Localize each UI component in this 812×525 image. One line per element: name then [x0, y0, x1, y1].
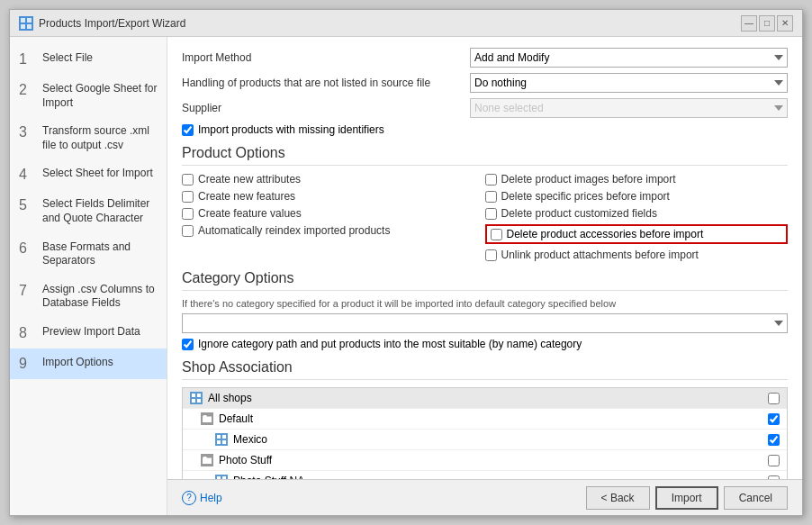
main-window: Products Import/Export Wizard — □ ✕ 1 Se…: [9, 9, 803, 516]
create-feature-values-checkbox[interactable]: [182, 208, 194, 220]
sidebar-number: 4: [19, 167, 35, 183]
svg-rect-3: [27, 24, 32, 29]
footer: ? Help < Back Import Cancel: [167, 479, 802, 515]
auto-reindex-checkbox[interactable]: [182, 225, 194, 237]
option-auto-reindex: Automatically reindex imported products: [182, 224, 485, 237]
content-scroll: Import Method Add and Modify Handling of…: [167, 37, 802, 479]
delete-accessories-label[interactable]: Delete product accessories before import: [507, 228, 704, 240]
sidebar-label: Preview Import Data: [42, 325, 140, 339]
sidebar-item-7[interactable]: 7 Assign .csv Columns to Database Fields: [10, 276, 167, 318]
sidebar-item-9[interactable]: 9 Import Options: [10, 348, 167, 379]
sidebar-item-8[interactable]: 8 Preview Import Data: [10, 318, 167, 348]
delete-customized-label[interactable]: Delete product customized fields: [501, 207, 657, 220]
import-missing-label[interactable]: Import products with missing identifiers: [198, 123, 384, 136]
mexico-label: Mexico: [233, 433, 267, 446]
titlebar: Products Import/Export Wizard — □ ✕: [10, 10, 802, 37]
delete-prices-label[interactable]: Delete specific prices before import: [501, 190, 670, 203]
create-attrs-label[interactable]: Create new attributes: [198, 173, 301, 186]
sidebar-label: Transform source .xml file to output .cs…: [42, 124, 158, 152]
supplier-label: Supplier: [182, 102, 470, 114]
cancel-button[interactable]: Cancel: [724, 486, 788, 510]
create-features-checkbox[interactable]: [182, 191, 194, 203]
import-button[interactable]: Import: [655, 486, 718, 510]
photo-stuff-label: Photo Stuff: [219, 454, 272, 466]
app-icon: [19, 16, 33, 31]
category-hint: If there's no category specified for a p…: [182, 298, 788, 309]
sidebar-label: Select Google Sheet for Import: [42, 82, 158, 110]
handling-row: Handling of products that are not listed…: [182, 73, 788, 93]
unlink-attachments-label[interactable]: Unlink product attachments before import: [501, 249, 699, 261]
close-button[interactable]: ✕: [777, 15, 793, 32]
import-missing-checkbox[interactable]: [182, 124, 194, 136]
help-label[interactable]: Help: [200, 492, 222, 504]
delete-prices-checkbox[interactable]: [485, 191, 497, 203]
import-method-row: Import Method Add and Modify: [182, 48, 788, 68]
mexico-checkbox[interactable]: [768, 434, 780, 446]
sidebar-number: 3: [19, 124, 35, 140]
import-method-select[interactable]: Add and Modify: [470, 48, 788, 68]
sidebar-label: Base Formats and Separators: [42, 240, 158, 268]
shop-row-photo-stuff: Photo Stuff: [183, 450, 787, 471]
delete-images-label[interactable]: Delete product images before import: [501, 173, 676, 186]
sidebar-item-1[interactable]: 1 Select File: [10, 44, 167, 75]
unlink-attachments-checkbox[interactable]: [485, 249, 497, 261]
maximize-button[interactable]: □: [759, 15, 775, 32]
sidebar-item-2[interactable]: 2 Select Google Sheet for Import: [10, 75, 167, 117]
shop-row-mexico-left: Mexico: [215, 433, 267, 446]
svg-rect-8: [217, 435, 221, 439]
sidebar-item-5[interactable]: 5 Select Fields Delimiter and Quote Char…: [10, 190, 167, 232]
sidebar-number: 8: [19, 325, 35, 341]
sidebar-item-4[interactable]: 4 Select Sheet for Import: [10, 159, 167, 190]
delete-accessories-checkbox[interactable]: [491, 229, 502, 240]
option-create-attrs: Create new attributes: [182, 173, 485, 186]
import-method-label: Import Method: [182, 51, 470, 64]
delete-customized-checkbox[interactable]: [485, 208, 497, 220]
help-icon: ?: [182, 491, 196, 505]
window-controls: — □ ✕: [741, 15, 793, 32]
supplier-select[interactable]: None selected: [470, 98, 788, 118]
window-title: Products Import/Export Wizard: [39, 17, 185, 30]
back-button[interactable]: < Back: [586, 486, 650, 510]
option-create-feature-values: Create feature values: [182, 207, 485, 220]
svg-rect-5: [197, 394, 201, 397]
ignore-path-checkbox[interactable]: [182, 339, 194, 350]
sidebar-label: Select Sheet for Import: [42, 167, 153, 181]
handling-select[interactable]: Do nothing: [470, 73, 788, 93]
svg-rect-2: [21, 24, 25, 29]
footer-buttons: < Back Import Cancel: [586, 486, 788, 510]
create-attrs-checkbox[interactable]: [182, 174, 194, 186]
all-shops-checkbox[interactable]: [768, 393, 780, 404]
svg-rect-11: [222, 440, 226, 444]
sidebar-number: 2: [19, 82, 35, 98]
svg-rect-7: [197, 399, 201, 403]
sidebar-label: Select Fields Delimiter and Quote Charac…: [42, 197, 158, 225]
sidebar-item-6[interactable]: 6 Base Formats and Separators: [10, 233, 167, 276]
product-options-right: Delete product images before import Dele…: [485, 173, 789, 261]
create-features-label[interactable]: Create new features: [198, 190, 295, 203]
shop-row-photo-stuff-na: Photo Stuff NA: [183, 471, 787, 479]
ignore-path-row: Ignore category path and put products in…: [182, 338, 788, 350]
create-feature-values-label[interactable]: Create feature values: [198, 207, 302, 220]
category-options-title: Category Options: [182, 270, 788, 291]
option-delete-prices: Delete specific prices before import: [485, 190, 789, 203]
svg-rect-9: [222, 435, 226, 439]
photo-stuff-checkbox[interactable]: [768, 455, 780, 466]
svg-rect-10: [217, 440, 221, 444]
delete-images-checkbox[interactable]: [485, 174, 497, 186]
sidebar-label: Import Options: [42, 356, 113, 370]
help-section[interactable]: ? Help: [182, 491, 222, 505]
minimize-button[interactable]: —: [741, 15, 757, 32]
product-options-title: Product Options: [182, 145, 788, 166]
auto-reindex-label[interactable]: Automatically reindex imported products: [198, 224, 390, 237]
sidebar-number: 7: [19, 283, 35, 299]
default-shop-checkbox[interactable]: [768, 413, 780, 425]
sidebar-item-3[interactable]: 3 Transform source .xml file to output .…: [10, 117, 167, 159]
sidebar-number: 6: [19, 240, 35, 257]
sidebar-number: 5: [19, 197, 35, 213]
sidebar-label: Select File: [42, 51, 93, 66]
product-options-grid: Create new attributes Create new feature…: [182, 173, 788, 261]
ignore-path-label[interactable]: Ignore category path and put products in…: [198, 338, 582, 350]
default-category-select[interactable]: [182, 313, 788, 333]
shop-row-default-left: Default: [201, 412, 253, 425]
option-unlink-attachments: Unlink product attachments before import: [485, 249, 789, 261]
